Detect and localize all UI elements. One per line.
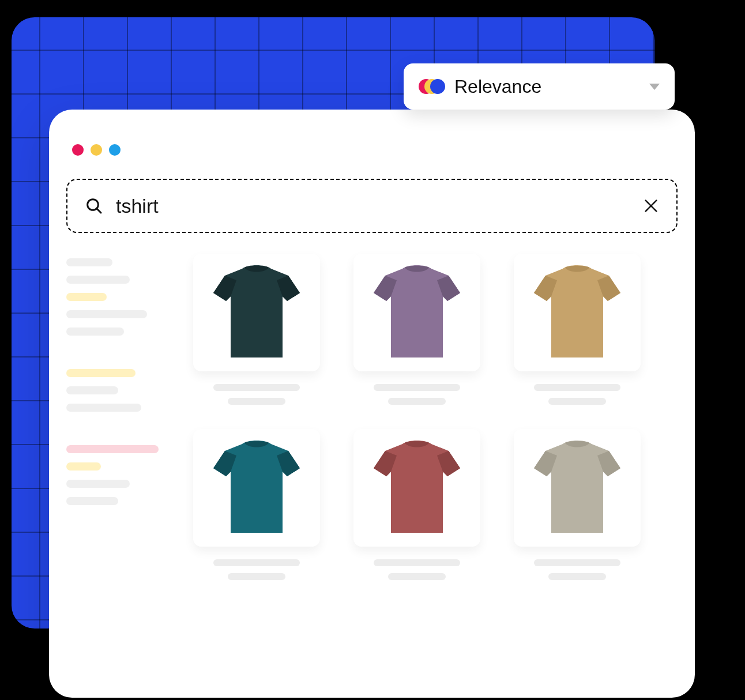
product-meta-skeleton [193,384,320,405]
tshirt-maroon-icon [374,441,460,536]
product-meta-skeleton [514,559,641,580]
tshirt-tan-icon [534,265,620,360]
filter-skeleton [66,258,112,266]
results-grid [193,254,678,698]
product-meta-skeleton [193,559,320,580]
product-meta-skeleton [353,559,480,580]
brand-logo-icon [419,79,445,94]
svg-line-1 [97,209,101,213]
tshirt-dark-teal-icon [213,265,300,360]
filter-skeleton [66,293,107,301]
window-traffic-lights [72,144,121,156]
product-card[interactable] [514,429,641,580]
search-bar[interactable]: tshirt [66,179,678,233]
filter-skeleton [66,310,147,318]
close-icon[interactable] [643,198,659,214]
filter-skeleton [66,445,159,453]
traffic-minimize-icon [91,144,102,156]
search-input[interactable]: tshirt [116,195,643,217]
tshirt-purple-icon [374,265,460,360]
search-icon [85,197,103,215]
product-card[interactable] [193,254,320,405]
chevron-down-icon [649,84,660,90]
product-card[interactable] [514,254,641,405]
tshirt-stone-icon [534,441,620,536]
product-card[interactable] [193,429,320,580]
filter-skeleton [66,480,130,488]
product-meta-skeleton [514,384,641,405]
traffic-close-icon [72,144,84,156]
sort-dropdown[interactable]: Relevance [404,63,675,110]
browser-window: tshirt [49,110,695,698]
filter-skeleton [66,369,136,377]
filter-skeleton [66,497,118,505]
filter-skeleton [66,276,130,284]
filter-skeleton [66,386,118,394]
filter-skeleton [66,404,141,412]
product-card[interactable] [353,429,480,580]
filter-skeleton [66,462,101,471]
filters-sidebar [66,254,164,698]
content-area [66,254,678,698]
filter-skeleton [66,328,124,336]
product-card[interactable] [353,254,480,405]
product-meta-skeleton [353,384,480,405]
traffic-maximize-icon [109,144,121,156]
tshirt-ocean-teal-icon [213,441,300,536]
sort-label: Relevance [454,76,649,97]
